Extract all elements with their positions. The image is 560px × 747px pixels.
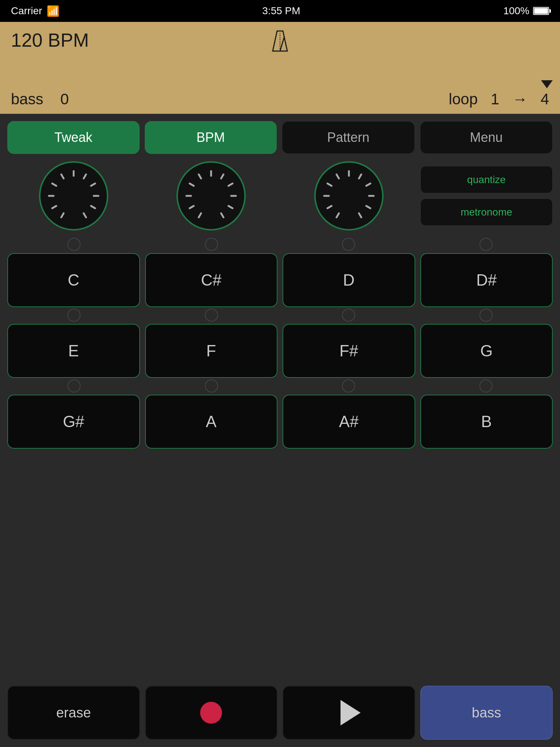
indicator-F	[145, 309, 278, 322]
svg-line-18	[199, 174, 201, 178]
knobs-row: quantize metronome	[7, 161, 553, 231]
indicator-E	[8, 309, 140, 322]
bass-button[interactable]: bass	[420, 686, 553, 740]
note-Cs-button[interactable]: C#	[145, 253, 278, 307]
indicator-G	[420, 309, 552, 322]
bpm-button[interactable]: BPM	[145, 121, 277, 154]
indicator-row-1	[7, 238, 553, 251]
status-bar: Carrier 📶 3:55 PM 100%	[0, 0, 560, 22]
note-D-button[interactable]: D	[283, 253, 415, 307]
loop-arrow-icon: →	[512, 90, 528, 108]
tweak-button[interactable]: Tweak	[7, 121, 140, 154]
record-button[interactable]	[145, 686, 278, 740]
display-footer: bass 0 loop 1 → 4	[11, 90, 549, 108]
note-row-1: C C# D D#	[7, 238, 553, 307]
quantize-button[interactable]: quantize	[420, 166, 553, 193]
play-button[interactable]	[283, 686, 415, 740]
svg-line-29	[337, 174, 339, 178]
svg-line-26	[327, 206, 331, 209]
erase-button[interactable]: erase	[7, 686, 140, 740]
status-left: Carrier 📶	[11, 5, 59, 17]
main-area: Tweak BPM Pattern Menu	[0, 114, 560, 449]
knob3[interactable]	[314, 161, 384, 231]
status-right: 100%	[503, 5, 549, 17]
notes-buttons-1: C C# D D#	[7, 253, 553, 307]
svg-line-6	[52, 183, 56, 186]
svg-line-24	[221, 213, 224, 217]
wifi-icon: 📶	[47, 5, 59, 17]
svg-line-31	[359, 174, 361, 178]
knob1[interactable]	[39, 161, 108, 231]
svg-line-23	[229, 206, 233, 209]
note-Gs-button[interactable]: G#	[7, 395, 140, 449]
indicator-As	[283, 379, 415, 392]
svg-line-32	[366, 183, 370, 186]
note-F-button[interactable]: F	[145, 324, 278, 378]
note-A-button[interactable]: A	[145, 395, 278, 449]
knob1-container	[7, 161, 140, 231]
top-button-row: Tweak BPM Pattern Menu	[7, 121, 553, 154]
battery-icon	[533, 7, 549, 15]
svg-line-14	[199, 213, 201, 217]
indicator-Ds	[420, 238, 552, 251]
svg-line-17	[190, 183, 194, 186]
carrier-label: Carrier	[11, 5, 42, 17]
note-E-button[interactable]: E	[7, 324, 140, 378]
svg-line-13	[83, 213, 86, 217]
svg-line-20	[221, 174, 224, 178]
status-time: 3:55 PM	[262, 5, 300, 17]
note-G-button[interactable]: G	[420, 324, 553, 378]
svg-line-28	[327, 183, 331, 186]
pattern-button[interactable]: Pattern	[282, 121, 415, 154]
metronome-icon	[269, 29, 291, 59]
knob2[interactable]	[176, 161, 246, 231]
note-B-button[interactable]: B	[420, 395, 553, 449]
svg-line-3	[61, 213, 64, 217]
note-As-button[interactable]: A#	[283, 395, 415, 449]
notes-buttons-3: G# A A# B	[7, 395, 553, 449]
track-label: bass 0	[11, 90, 69, 108]
svg-line-1	[280, 36, 284, 51]
indicator-Gs	[8, 379, 140, 392]
svg-line-10	[91, 183, 95, 186]
svg-line-9	[83, 174, 86, 178]
indicator-Cs	[145, 238, 278, 251]
dropdown-button[interactable]	[541, 80, 553, 88]
svg-line-34	[366, 206, 370, 209]
indicator-B	[420, 379, 552, 392]
note-Ds-button[interactable]: D#	[420, 253, 553, 307]
indicator-row-3	[7, 379, 553, 392]
svg-line-7	[61, 174, 64, 178]
indicator-D	[283, 238, 415, 251]
loop-display: loop 1 → 4	[449, 90, 549, 108]
indicator-C	[8, 238, 140, 251]
svg-line-35	[359, 213, 361, 217]
knob2-container	[145, 161, 278, 231]
svg-line-25	[337, 213, 339, 217]
svg-line-21	[229, 183, 233, 186]
record-dot-icon	[200, 702, 222, 724]
note-C-button[interactable]: C	[7, 253, 140, 307]
note-Fs-button[interactable]: F#	[283, 324, 415, 378]
svg-line-12	[91, 206, 95, 209]
battery-percent: 100%	[503, 5, 529, 17]
display-area: 120 BPM bass 0 loop 1 → 4	[0, 22, 560, 114]
indicator-A	[145, 379, 278, 392]
notes-buttons-2: E F F# G	[7, 324, 553, 378]
svg-line-4	[52, 206, 56, 209]
svg-line-15	[190, 206, 194, 209]
note-row-2: E F F# G	[7, 309, 553, 378]
indicator-row-2	[7, 309, 553, 322]
menu-button[interactable]: Menu	[420, 121, 553, 154]
indicator-Fs	[283, 309, 415, 322]
note-row-3: G# A A# B	[7, 379, 553, 449]
play-triangle-icon	[341, 700, 361, 725]
side-buttons: quantize metronome	[420, 166, 553, 226]
bottom-bar: erase bass	[7, 686, 553, 740]
metronome-button[interactable]: metronome	[420, 198, 553, 226]
knob3-container	[283, 161, 415, 231]
